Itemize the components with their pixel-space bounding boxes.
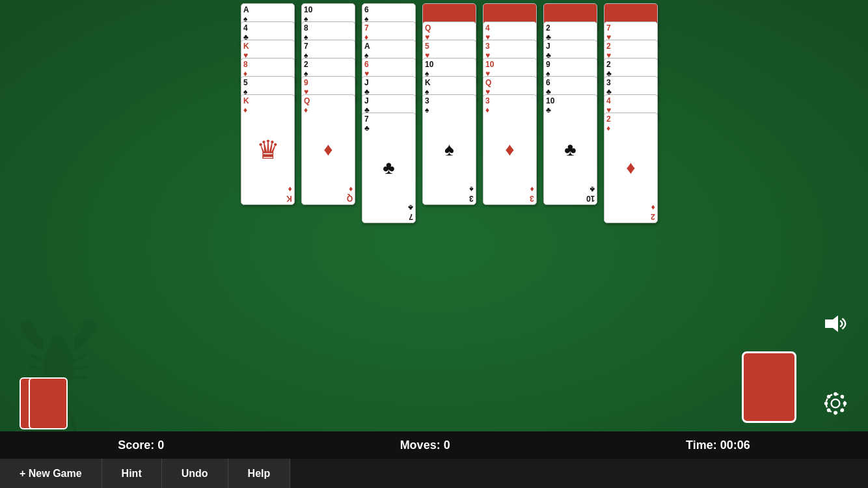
settings-button[interactable] [822,390,848,418]
svg-point-12 [834,411,837,415]
time-display: Time: 00:06 [686,439,750,452]
svg-line-3 [29,366,46,370]
svg-point-17 [841,395,845,399]
sound-button[interactable] [822,312,848,337]
column-3[interactable]: 6♠7♦A♠6♥J♣J♣7♣♣7♣ [362,3,418,230]
column-4[interactable]: Q♥5♥10♠K♠3♠♠3♠ [422,3,479,211]
svg-line-5 [72,355,87,362]
toolbar: + New Game Hint Undo Help [0,459,868,488]
svg-point-18 [827,409,831,413]
toolbar-buttons: + New Game Hint Undo Help [0,459,290,488]
game-table: A♠4♣K♥8♦5♠K♦♛K♦10♠8♠7♠2♠9♥Q♦♦Q♦6♠7♦A♠6♥J… [241,3,660,230]
card-col5-5[interactable]: 3♦♦3♦ [483,94,537,205]
score-label: Score: [118,439,154,452]
deck-area[interactable] [20,377,72,423]
svg-point-15 [827,395,831,399]
svg-point-11 [834,392,837,396]
new-game-button[interactable]: + New Game [0,459,102,488]
card-col6-5[interactable]: 10♣♣10♣ [543,94,597,205]
card-col7-6[interactable]: 2♦♦2♦ [604,113,658,223]
column-1[interactable]: A♠4♣K♥8♦5♠K♦♛K♦ [241,3,297,211]
column-5[interactable]: 4♥3♥10♥Q♥3♦♦3♦ [483,3,539,211]
undo-button[interactable]: Undo [162,459,228,488]
svg-point-13 [824,401,828,405]
score-display: Score: 0 [118,439,164,452]
score-value: 0 [157,439,164,452]
card-col2-5[interactable]: Q♦♦Q♦ [301,94,355,205]
status-bar: Score: 0 Moves: 0 Time: 00:06 [0,431,868,459]
svg-line-2 [31,355,46,362]
column-2[interactable]: 10♠8♠7♠2♠9♥Q♦♦Q♦ [301,3,358,211]
column-6[interactable]: 2♣J♣9♠6♣10♣♣10♣ [543,3,600,211]
svg-point-14 [843,401,847,405]
deck-card-back-2 [29,377,68,429]
svg-line-6 [72,366,88,370]
time-label: Time: [686,439,717,452]
moves-label: Moves: [400,439,441,452]
card-col4-5[interactable]: 3♠♠3♠ [422,94,476,205]
help-button[interactable]: Help [228,459,291,488]
svg-marker-8 [825,316,838,332]
card-col1-5[interactable]: K♦♛K♦ [241,94,295,205]
column-7[interactable]: 7♥2♥2♣3♣4♥2♦♦2♦ [604,3,660,230]
svg-point-9 [832,400,840,408]
hint-button[interactable]: Hint [102,459,162,488]
svg-point-16 [841,409,845,413]
time-value: 00:06 [720,439,750,452]
moves-display: Moves: 0 [400,439,450,452]
moves-value: 0 [444,439,450,452]
svg-point-1 [49,336,68,359]
card-col3-6[interactable]: 7♣♣7♣ [362,113,416,223]
stock-pile[interactable] [742,351,796,423]
